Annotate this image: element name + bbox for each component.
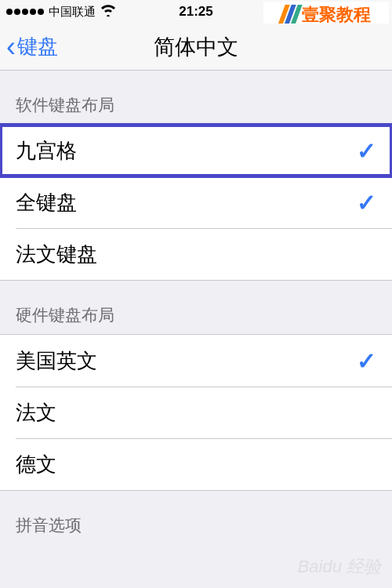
- checkmark-icon: ✓: [357, 347, 376, 375]
- software-keyboard-group: 九宫格 ✓ 全键盘 ✓ 法文键盘: [0, 124, 392, 281]
- row-label: 全键盘: [16, 189, 357, 216]
- back-label: 键盘: [17, 33, 58, 60]
- row-label: 美国英文: [16, 347, 357, 375]
- section-header-software: 软件键盘布局: [0, 71, 392, 124]
- row-full-keyboard[interactable]: 全键盘 ✓: [0, 176, 392, 228]
- nav-bar: ‹ 键盘 简体中文: [0, 24, 392, 71]
- back-button[interactable]: ‹ 键盘: [0, 33, 58, 61]
- row-jiugongge[interactable]: 九宫格 ✓: [0, 125, 392, 176]
- row-german[interactable]: 德文: [0, 438, 392, 490]
- status-time: 21:25: [179, 4, 212, 20]
- page-title: 简体中文: [154, 33, 238, 61]
- row-french-keyboard[interactable]: 法文键盘: [0, 228, 392, 280]
- chevron-left-icon: ‹: [6, 33, 16, 61]
- watermark-bottom: Baidu 经验: [298, 555, 381, 579]
- hardware-keyboard-group: 美国英文 ✓ 法文 德文: [0, 334, 392, 491]
- signal-icon: [6, 9, 44, 15]
- row-label: 德文: [16, 451, 376, 478]
- row-french[interactable]: 法文: [0, 387, 392, 438]
- row-label: 法文: [16, 399, 376, 426]
- checkmark-icon: ✓: [357, 189, 376, 216]
- row-us-english[interactable]: 美国英文 ✓: [0, 335, 392, 387]
- section-header-hardware: 硬件键盘布局: [0, 281, 392, 334]
- wifi-icon: [100, 4, 116, 20]
- watermark-logo-icon: [281, 5, 299, 25]
- row-label: 法文键盘: [16, 241, 376, 268]
- carrier-label: 中国联通: [49, 5, 96, 20]
- checkmark-icon: ✓: [357, 137, 376, 165]
- row-label: 九宫格: [16, 137, 357, 165]
- status-left: 中国联通: [6, 4, 179, 20]
- section-header-pinyin: 拼音选项: [0, 491, 392, 544]
